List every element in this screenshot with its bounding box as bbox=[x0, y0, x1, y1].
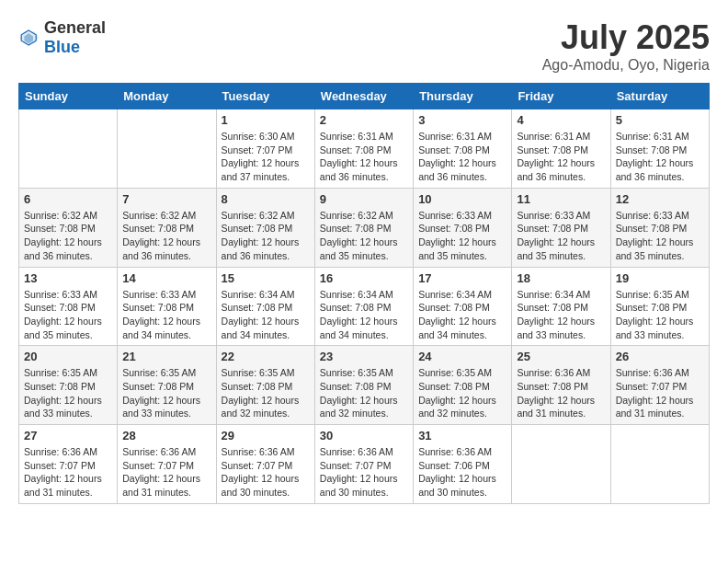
week-row-5: 27Sunrise: 6:36 AM Sunset: 7:07 PM Dayli… bbox=[19, 425, 710, 504]
day-number: 26 bbox=[616, 350, 704, 363]
week-row-1: 1Sunrise: 6:30 AM Sunset: 7:07 PM Daylig… bbox=[19, 109, 710, 189]
location: Ago-Amodu, Oyo, Nigeria bbox=[542, 57, 710, 74]
column-header-wednesday: Wednesday bbox=[314, 84, 413, 109]
calendar-cell bbox=[19, 109, 118, 189]
day-number: 20 bbox=[24, 350, 112, 363]
calendar-cell: 21Sunrise: 6:35 AM Sunset: 7:08 PM Dayli… bbox=[118, 346, 216, 425]
day-number: 21 bbox=[122, 350, 210, 363]
calendar-cell: 19Sunrise: 6:35 AM Sunset: 7:08 PM Dayli… bbox=[610, 267, 709, 346]
day-number: 17 bbox=[418, 271, 506, 285]
calendar-cell bbox=[512, 425, 610, 504]
day-number: 14 bbox=[122, 271, 210, 285]
column-header-tuesday: Tuesday bbox=[216, 84, 314, 109]
calendar-cell: 25Sunrise: 6:36 AM Sunset: 7:08 PM Dayli… bbox=[512, 346, 610, 425]
day-info: Sunrise: 6:36 AM Sunset: 7:07 PM Dayligh… bbox=[122, 445, 210, 500]
day-info: Sunrise: 6:32 AM Sunset: 7:08 PM Dayligh… bbox=[320, 209, 408, 263]
day-info: Sunrise: 6:33 AM Sunset: 7:08 PM Dayligh… bbox=[418, 209, 506, 263]
calendar-cell: 27Sunrise: 6:36 AM Sunset: 7:07 PM Dayli… bbox=[19, 425, 118, 504]
calendar-header: SundayMondayTuesdayWednesdayThursdayFrid… bbox=[19, 84, 710, 109]
calendar-cell: 9Sunrise: 6:32 AM Sunset: 7:08 PM Daylig… bbox=[314, 188, 413, 267]
week-row-3: 13Sunrise: 6:33 AM Sunset: 7:08 PM Dayli… bbox=[19, 267, 710, 346]
calendar-cell: 4Sunrise: 6:31 AM Sunset: 7:08 PM Daylig… bbox=[512, 109, 610, 189]
week-row-4: 20Sunrise: 6:35 AM Sunset: 7:08 PM Dayli… bbox=[19, 346, 710, 425]
day-number: 24 bbox=[418, 350, 506, 363]
day-info: Sunrise: 6:36 AM Sunset: 7:08 PM Dayligh… bbox=[517, 366, 605, 420]
column-header-sunday: Sunday bbox=[19, 84, 118, 109]
page-header: General Blue July 2025 Ago-Amodu, Oyo, N… bbox=[18, 18, 710, 74]
calendar-cell: 11Sunrise: 6:33 AM Sunset: 7:08 PM Dayli… bbox=[512, 188, 610, 267]
calendar-cell: 30Sunrise: 6:36 AM Sunset: 7:07 PM Dayli… bbox=[314, 425, 413, 504]
day-number: 28 bbox=[122, 429, 210, 442]
day-number: 2 bbox=[320, 113, 408, 127]
calendar-cell: 17Sunrise: 6:34 AM Sunset: 7:08 PM Dayli… bbox=[414, 267, 512, 346]
day-number: 4 bbox=[517, 113, 605, 127]
day-number: 9 bbox=[320, 192, 408, 206]
calendar-body: 1Sunrise: 6:30 AM Sunset: 7:07 PM Daylig… bbox=[19, 109, 710, 504]
day-info: Sunrise: 6:35 AM Sunset: 7:08 PM Dayligh… bbox=[122, 366, 210, 420]
day-info: Sunrise: 6:33 AM Sunset: 7:08 PM Dayligh… bbox=[24, 288, 112, 342]
logo-icon bbox=[18, 27, 40, 49]
day-number: 5 bbox=[616, 113, 704, 127]
calendar-cell: 12Sunrise: 6:33 AM Sunset: 7:08 PM Dayli… bbox=[610, 188, 709, 267]
calendar-cell: 8Sunrise: 6:32 AM Sunset: 7:08 PM Daylig… bbox=[216, 188, 314, 267]
day-number: 29 bbox=[222, 429, 310, 442]
day-info: Sunrise: 6:35 AM Sunset: 7:08 PM Dayligh… bbox=[616, 288, 704, 342]
day-info: Sunrise: 6:34 AM Sunset: 7:08 PM Dayligh… bbox=[517, 288, 605, 342]
calendar-table: SundayMondayTuesdayWednesdayThursdayFrid… bbox=[18, 83, 710, 504]
column-header-monday: Monday bbox=[118, 84, 216, 109]
day-number: 10 bbox=[418, 192, 506, 206]
day-info: Sunrise: 6:35 AM Sunset: 7:08 PM Dayligh… bbox=[320, 366, 408, 420]
day-info: Sunrise: 6:35 AM Sunset: 7:08 PM Dayligh… bbox=[222, 366, 310, 420]
calendar-cell: 28Sunrise: 6:36 AM Sunset: 7:07 PM Dayli… bbox=[118, 425, 216, 504]
day-info: Sunrise: 6:36 AM Sunset: 7:07 PM Dayligh… bbox=[616, 366, 704, 420]
calendar-cell: 18Sunrise: 6:34 AM Sunset: 7:08 PM Dayli… bbox=[512, 267, 610, 346]
day-info: Sunrise: 6:36 AM Sunset: 7:06 PM Dayligh… bbox=[418, 445, 506, 500]
day-number: 30 bbox=[320, 429, 408, 442]
logo: General Blue bbox=[18, 18, 106, 57]
column-header-thursday: Thursday bbox=[414, 84, 512, 109]
day-number: 11 bbox=[517, 192, 605, 206]
calendar-cell: 23Sunrise: 6:35 AM Sunset: 7:08 PM Dayli… bbox=[314, 346, 413, 425]
calendar-cell: 6Sunrise: 6:32 AM Sunset: 7:08 PM Daylig… bbox=[19, 188, 118, 267]
calendar-cell: 14Sunrise: 6:33 AM Sunset: 7:08 PM Dayli… bbox=[118, 267, 216, 346]
day-number: 15 bbox=[222, 271, 310, 285]
column-header-friday: Friday bbox=[512, 84, 610, 109]
day-number: 16 bbox=[320, 271, 408, 285]
day-info: Sunrise: 6:30 AM Sunset: 7:07 PM Dayligh… bbox=[222, 130, 310, 184]
header-row: SundayMondayTuesdayWednesdayThursdayFrid… bbox=[19, 84, 710, 109]
day-info: Sunrise: 6:32 AM Sunset: 7:08 PM Dayligh… bbox=[122, 209, 210, 263]
calendar-cell: 13Sunrise: 6:33 AM Sunset: 7:08 PM Dayli… bbox=[19, 267, 118, 346]
day-info: Sunrise: 6:32 AM Sunset: 7:08 PM Dayligh… bbox=[222, 209, 310, 263]
day-info: Sunrise: 6:31 AM Sunset: 7:08 PM Dayligh… bbox=[320, 130, 408, 184]
column-header-saturday: Saturday bbox=[610, 84, 709, 109]
day-number: 8 bbox=[222, 192, 310, 206]
week-row-2: 6Sunrise: 6:32 AM Sunset: 7:08 PM Daylig… bbox=[19, 188, 710, 267]
logo-text-block: General Blue bbox=[44, 18, 106, 57]
day-info: Sunrise: 6:35 AM Sunset: 7:08 PM Dayligh… bbox=[24, 366, 112, 420]
day-info: Sunrise: 6:33 AM Sunset: 7:08 PM Dayligh… bbox=[122, 288, 210, 342]
day-info: Sunrise: 6:34 AM Sunset: 7:08 PM Dayligh… bbox=[418, 288, 506, 342]
day-info: Sunrise: 6:36 AM Sunset: 7:07 PM Dayligh… bbox=[24, 445, 112, 500]
calendar-cell: 5Sunrise: 6:31 AM Sunset: 7:08 PM Daylig… bbox=[610, 109, 709, 189]
day-number: 13 bbox=[24, 271, 112, 285]
day-info: Sunrise: 6:31 AM Sunset: 7:08 PM Dayligh… bbox=[418, 130, 506, 184]
day-number: 3 bbox=[418, 113, 506, 127]
day-info: Sunrise: 6:36 AM Sunset: 7:07 PM Dayligh… bbox=[222, 445, 310, 500]
day-info: Sunrise: 6:34 AM Sunset: 7:08 PM Dayligh… bbox=[320, 288, 408, 342]
day-number: 27 bbox=[24, 429, 112, 442]
calendar-cell: 10Sunrise: 6:33 AM Sunset: 7:08 PM Dayli… bbox=[414, 188, 512, 267]
calendar-cell: 1Sunrise: 6:30 AM Sunset: 7:07 PM Daylig… bbox=[216, 109, 314, 189]
calendar-cell: 7Sunrise: 6:32 AM Sunset: 7:08 PM Daylig… bbox=[118, 188, 216, 267]
day-number: 1 bbox=[222, 113, 310, 127]
title-block: July 2025 Ago-Amodu, Oyo, Nigeria bbox=[542, 18, 710, 74]
day-info: Sunrise: 6:36 AM Sunset: 7:07 PM Dayligh… bbox=[320, 445, 408, 500]
calendar-cell: 29Sunrise: 6:36 AM Sunset: 7:07 PM Dayli… bbox=[216, 425, 314, 504]
month-title: July 2025 bbox=[542, 18, 710, 57]
calendar-cell: 16Sunrise: 6:34 AM Sunset: 7:08 PM Dayli… bbox=[314, 267, 413, 346]
calendar-cell: 31Sunrise: 6:36 AM Sunset: 7:06 PM Dayli… bbox=[414, 425, 512, 504]
day-number: 7 bbox=[122, 192, 210, 206]
calendar-cell: 20Sunrise: 6:35 AM Sunset: 7:08 PM Dayli… bbox=[19, 346, 118, 425]
calendar-cell bbox=[610, 425, 709, 504]
calendar-cell: 26Sunrise: 6:36 AM Sunset: 7:07 PM Dayli… bbox=[610, 346, 709, 425]
calendar-cell bbox=[118, 109, 216, 189]
